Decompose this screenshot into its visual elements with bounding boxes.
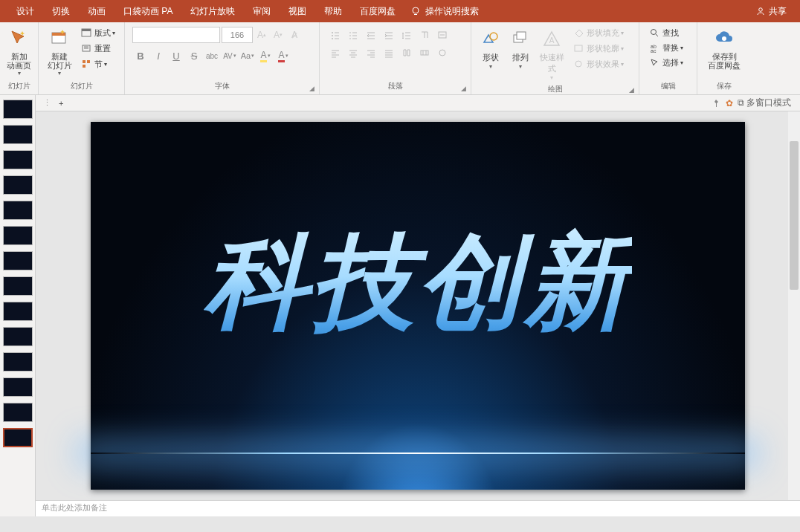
shapes-button[interactable]: 形状▾	[476, 25, 506, 71]
new-slide-button[interactable]: 新建 幻灯片 ▾	[43, 25, 76, 78]
select-button[interactable]: 选择▾	[645, 55, 686, 70]
slide-thumb-selected[interactable]	[3, 428, 33, 447]
dropdown-caret-icon: ▾	[18, 70, 21, 77]
slide-thumb[interactable]	[3, 352, 33, 372]
menu-animations[interactable]: 动画	[79, 0, 114, 22]
char-shading-button[interactable]: abc	[204, 48, 220, 64]
slide-thumb[interactable]	[3, 327, 33, 346]
drawing-launcher[interactable]: ◢	[629, 86, 634, 94]
font-color-button[interactable]: A▾	[275, 48, 291, 64]
slide-thumb[interactable]	[3, 377, 33, 397]
add-tab-button[interactable]: +	[54, 99, 68, 108]
group-paragraph-label: 段落◢	[323, 81, 468, 93]
highlight-button[interactable]: A▾	[257, 48, 274, 64]
justify-button[interactable]	[381, 45, 397, 61]
underline-button[interactable]: U	[168, 48, 184, 64]
menu-design[interactable]: 设计	[7, 0, 43, 22]
layout-icon	[80, 27, 92, 39]
columns-button[interactable]	[399, 45, 415, 61]
line-spacing-button[interactable]	[399, 27, 415, 43]
strike-button[interactable]: S	[186, 48, 202, 64]
quick-styles-button[interactable]: A 快速样式▾	[535, 25, 568, 82]
pin-icon[interactable]	[711, 98, 721, 108]
slide-thumb[interactable]	[3, 276, 33, 296]
slide-title-text[interactable]: 科技创新	[204, 213, 632, 354]
editor-area: ⋮ + ✿ ⧉ 多窗口模式 科技创新 单击此处添加备注	[36, 95, 800, 516]
font-name-input[interactable]	[132, 27, 220, 43]
select-icon	[648, 56, 660, 68]
grow-font-button[interactable]: A▴	[254, 27, 269, 42]
char-spacing-button[interactable]: AV▾	[222, 48, 238, 64]
menu-review[interactable]: 审阅	[244, 0, 280, 22]
indent-dec-button[interactable]	[363, 27, 379, 43]
new-slide-icon	[48, 27, 71, 51]
menu-help[interactable]: 帮助	[315, 0, 351, 22]
slide-thumb[interactable]	[3, 251, 33, 270]
align-center-button[interactable]	[345, 45, 361, 61]
slide-thumb[interactable]	[3, 226, 33, 245]
smartart-button[interactable]	[416, 45, 433, 61]
thumbnail-pane[interactable]	[0, 95, 36, 516]
group-font: A▴ A▾ A̷ B I U S abc AV▾ Aa▾ A▾ A▾ 字体◢	[125, 22, 320, 94]
slide-thumb[interactable]	[3, 150, 33, 169]
shape-fill-button[interactable]: 形状填充▾	[570, 25, 627, 40]
new-anim-page-button[interactable]: 新加 动画页 ▾	[4, 25, 33, 78]
outline-icon	[572, 42, 584, 54]
clear-format-button[interactable]: A̷	[287, 27, 302, 42]
shape-effects-button[interactable]: 形状效果▾	[570, 56, 627, 71]
italic-button[interactable]: I	[150, 48, 167, 64]
menu-view[interactable]: 视图	[280, 0, 315, 22]
paragraph-launcher[interactable]: ◢	[461, 85, 466, 92]
dropdown-caret-icon: ▾	[58, 70, 61, 77]
reset-button[interactable]: 重置	[77, 41, 118, 56]
gear-icon[interactable]: ✿	[726, 98, 733, 108]
group-save: 保存到 百度网盘 保存	[697, 22, 751, 94]
content-area: ⋮ + ✿ ⧉ 多窗口模式 科技创新 单击此处添加备注	[0, 95, 800, 516]
replace-button[interactable]: abac替换▾	[645, 40, 686, 55]
multi-window-button[interactable]: ⧉ 多窗口模式	[738, 97, 791, 109]
section-button[interactable]: 节▾	[77, 56, 118, 71]
font-launcher[interactable]: ◢	[309, 85, 314, 92]
align-right-button[interactable]	[363, 45, 379, 61]
svg-point-12	[332, 38, 333, 39]
arrange-button[interactable]: 排列▾	[506, 25, 535, 71]
font-size-input[interactable]	[222, 27, 253, 43]
menu-transitions[interactable]: 切换	[43, 0, 79, 22]
slide-thumb[interactable]	[3, 403, 33, 422]
text-direction-button[interactable]	[416, 27, 433, 43]
ribbon: 新加 动画页 ▾ 幻灯片 新建 幻灯片 ▾ 版式▾	[0, 22, 800, 95]
find-button[interactable]: 查找	[645, 25, 682, 40]
svg-rect-18	[517, 32, 526, 39]
align-text-button[interactable]	[434, 27, 451, 43]
bold-button[interactable]: B	[132, 48, 149, 64]
group-slides-label: 幻灯片	[42, 81, 121, 93]
slide-thumb[interactable]	[3, 175, 33, 195]
scrollbar-thumb[interactable]	[790, 141, 799, 290]
slide-thumb[interactable]	[3, 125, 33, 144]
group-editing: 查找 abac替换▾ 选择▾ 编辑	[639, 22, 697, 94]
align-left-button[interactable]	[327, 45, 343, 61]
slide-thumb[interactable]	[3, 201, 33, 220]
shrink-font-button[interactable]: A▾	[271, 27, 286, 42]
tell-me-search[interactable]: 操作说明搜索	[410, 5, 479, 18]
numbering-button[interactable]	[345, 27, 361, 43]
vertical-scrollbar[interactable]	[788, 111, 800, 500]
slide-thumb[interactable]	[3, 100, 33, 119]
convert-smartart-button[interactable]	[434, 45, 451, 61]
group-save-label: 保存	[700, 81, 748, 93]
layout-button[interactable]: 版式▾	[77, 25, 118, 40]
bullets-button[interactable]	[327, 27, 343, 43]
slide-canvas[interactable]: 科技创新	[91, 122, 745, 490]
notes-pane[interactable]: 单击此处添加备注	[36, 500, 800, 516]
share-button[interactable]: 共享	[749, 5, 793, 18]
save-baidu-button[interactable]: 保存到 百度网盘	[702, 25, 746, 71]
svg-point-0	[413, 7, 419, 13]
menu-baidu[interactable]: 百度网盘	[351, 0, 404, 22]
slide-thumb[interactable]	[3, 302, 33, 321]
menu-slideshow[interactable]: 幻灯片放映	[181, 0, 244, 22]
menu-pocket-anim[interactable]: 口袋动画 PA	[114, 0, 181, 22]
group-animpage-label: 幻灯片	[3, 81, 35, 93]
indent-inc-button[interactable]	[381, 27, 397, 43]
shape-outline-button[interactable]: 形状轮廓▾	[570, 41, 627, 56]
change-case-button[interactable]: Aa▾	[239, 48, 256, 64]
